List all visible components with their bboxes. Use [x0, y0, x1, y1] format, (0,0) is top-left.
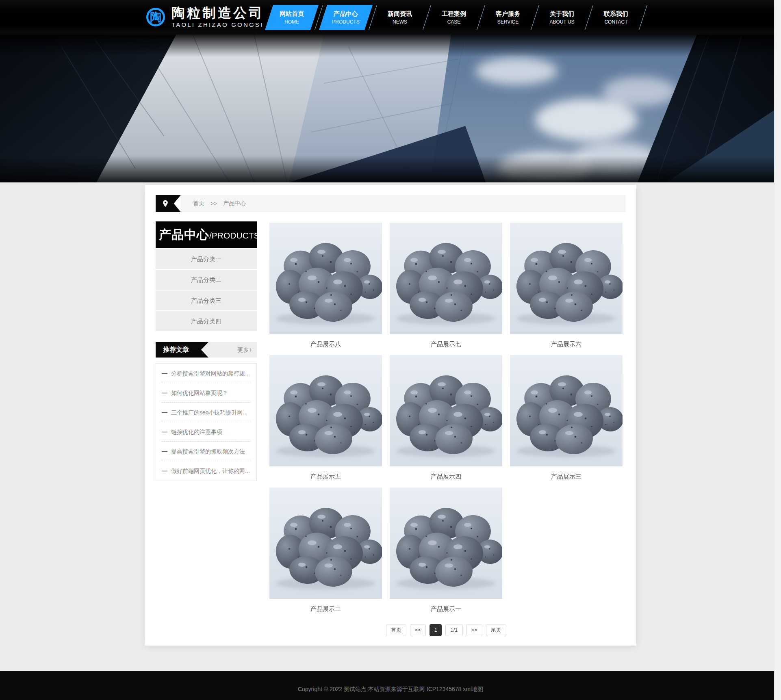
nav-label: 工程案例	[442, 10, 466, 18]
product-label: 产品展示七	[390, 334, 502, 355]
main-nav: 网站首页 HOME 产品中心 PRODUCTS 新闻资讯 NEWS 工程案例 C…	[269, 5, 647, 30]
product-image	[269, 488, 382, 599]
company-name-en: TAOLI ZHIZAO GONGSI	[171, 21, 264, 28]
sidebar: 产品中心 /PRODUCTS 产品分类一 产品分类二 产品分类三 产品分类四 推…	[156, 221, 257, 481]
articles-title: 推荐文章	[156, 342, 208, 358]
hero-banner-image	[0, 35, 781, 182]
nav-item-case[interactable]: 工程案例 CASE	[431, 5, 477, 30]
category-item-3[interactable]: 产品分类三	[156, 290, 257, 310]
sidebar-products-title-en: /PRODUCTS	[209, 231, 257, 241]
nav-label-en: CASE	[447, 19, 461, 25]
nav-label: 新闻资讯	[388, 10, 412, 18]
breadcrumb-separator: >>	[210, 200, 217, 207]
dash-icon: —	[162, 390, 167, 396]
nav-label-en: CONTACT	[604, 19, 627, 25]
product-card[interactable]: 产品展示四	[390, 355, 502, 488]
articles-more-link[interactable]: 更多+	[238, 342, 252, 358]
scrollbar[interactable]	[774, 0, 781, 700]
nav-item-about[interactable]: 关于我们 ABOUT US	[539, 5, 585, 30]
product-card[interactable]: 产品展示一	[390, 488, 502, 620]
category-item-4[interactable]: 产品分类四	[156, 311, 257, 331]
sidebar-products-title: 产品中心	[159, 227, 209, 243]
site-footer: Copyright © 2022 测试站点 本站资源来源于互联网 ICP1234…	[0, 671, 781, 700]
logo-mark: 陶	[150, 9, 161, 25]
logo-icon: 陶	[146, 8, 165, 26]
nav-item-news[interactable]: 新闻资讯 NEWS	[377, 5, 423, 30]
content-card: 首页 >> 产品中心 产品中心 /PRODUCTS 产品分类一 产品分类二 产品…	[145, 185, 636, 646]
pagination-first-button[interactable]: 首页	[386, 624, 406, 636]
dash-icon: —	[162, 468, 167, 474]
product-card[interactable]: 产品展示三	[510, 355, 623, 488]
pagination-page-1[interactable]: 1	[430, 624, 442, 636]
product-label: 产品展示五	[269, 466, 382, 488]
logo-text: 陶粒制造公司 TAOLI ZHIZAO GONGSI	[171, 6, 264, 28]
nav-item-contact[interactable]: 联系我们 CONTACT	[593, 5, 639, 30]
breadcrumb-home-link[interactable]: 首页	[193, 200, 204, 207]
product-image	[269, 355, 382, 466]
nav-label-en: ABOUT US	[549, 19, 574, 25]
articles-header: 推荐文章 更多+	[156, 342, 257, 358]
article-link[interactable]: —如何优化网站单页呢？	[162, 383, 251, 403]
nav-label: 客户服务	[496, 10, 520, 18]
product-card[interactable]: 产品展示六	[510, 223, 623, 355]
nav-divider	[477, 5, 485, 30]
article-title: 如何优化网站单页呢？	[171, 390, 228, 396]
article-link[interactable]: —链接优化的注意事项	[162, 422, 251, 442]
nav-divider	[585, 5, 593, 30]
product-card[interactable]: 产品展示五	[269, 355, 382, 488]
product-label: 产品展示一	[390, 599, 502, 620]
product-card[interactable]: 产品展示八	[269, 223, 382, 355]
article-link[interactable]: —做好前端网页优化，让你的网...	[162, 461, 251, 481]
nav-label-en: NEWS	[393, 19, 407, 25]
product-image	[390, 223, 502, 334]
product-label: 产品展示八	[269, 334, 382, 355]
product-label: 产品展示六	[510, 334, 623, 355]
article-link[interactable]: —分析搜索引擎对网站的爬行规...	[162, 364, 251, 383]
logo-link[interactable]: 陶 陶粒制造公司 TAOLI ZHIZAO GONGSI	[146, 6, 264, 28]
pagination: 首页 << 1 1/1 >> 尾页	[269, 624, 623, 636]
nav-label: 联系我们	[604, 10, 628, 18]
nav-label-en: SERVICE	[497, 19, 518, 25]
sidebar-products-header: 产品中心 /PRODUCTS	[156, 221, 257, 248]
nav-label: 关于我们	[550, 10, 574, 18]
breadcrumb: 首页 >> 产品中心	[156, 195, 625, 212]
site-header: 陶 陶粒制造公司 TAOLI ZHIZAO GONGSI 网站首页 HOME 产…	[0, 0, 781, 35]
product-label: 产品展示二	[269, 599, 382, 620]
product-image	[510, 355, 623, 466]
dash-icon: —	[162, 448, 167, 455]
article-title: 提高搜索引擎的抓取频次方法	[171, 448, 245, 455]
product-card[interactable]: 产品展示七	[390, 223, 502, 355]
article-title: 做好前端网页优化，让你的网...	[171, 468, 250, 474]
products-section: 产品展示八 产品展示七 产品展示六 产品展示五 产品展示四	[269, 223, 623, 636]
nav-item-products[interactable]: 产品中心 PRODUCTS	[323, 5, 369, 30]
article-link[interactable]: —三个推广的seo小技巧提升网...	[162, 403, 251, 422]
nav-label-en: HOME	[284, 19, 299, 25]
article-title: 分析搜索引擎对网站的爬行规...	[171, 370, 250, 377]
dash-icon: —	[162, 409, 167, 416]
product-label: 产品展示四	[390, 466, 502, 488]
nav-label: 产品中心	[334, 10, 358, 18]
article-link[interactable]: —提高搜索引擎的抓取频次方法	[162, 442, 251, 461]
category-item-2[interactable]: 产品分类二	[156, 270, 257, 290]
product-image	[390, 488, 502, 599]
nav-item-service[interactable]: 客户服务 SERVICE	[485, 5, 531, 30]
breadcrumb-current: 产品中心	[223, 200, 246, 207]
category-item-1[interactable]: 产品分类一	[156, 249, 257, 269]
nav-label-en: PRODUCTS	[332, 19, 359, 25]
nav-item-home[interactable]: 网站首页 HOME	[269, 5, 315, 30]
category-list: 产品分类一 产品分类二 产品分类三 产品分类四	[156, 249, 257, 331]
breadcrumb-bar: 首页 >> 产品中心	[181, 195, 625, 212]
dash-icon: —	[162, 370, 167, 377]
breadcrumb-tag	[156, 195, 181, 212]
product-label: 产品展示三	[510, 466, 623, 488]
nav-label: 网站首页	[280, 10, 304, 18]
pagination-last-button[interactable]: 尾页	[486, 624, 506, 636]
nav-divider	[423, 5, 431, 30]
company-name: 陶粒制造公司	[171, 6, 264, 20]
pagination-next-button[interactable]: >>	[466, 624, 482, 636]
product-image	[510, 223, 623, 334]
pagination-prev-button[interactable]: <<	[410, 624, 426, 636]
article-title: 链接优化的注意事项	[171, 429, 222, 435]
product-card[interactable]: 产品展示二	[269, 488, 382, 620]
product-image	[269, 223, 382, 334]
